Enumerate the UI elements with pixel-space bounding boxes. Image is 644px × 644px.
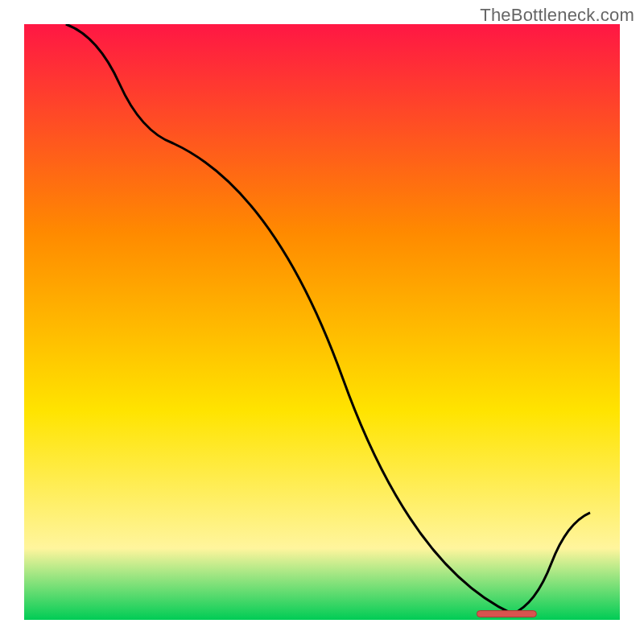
- plot-area: [24, 24, 620, 620]
- chart-canvas: TheBottleneck.com: [0, 0, 644, 644]
- bottleneck-chart-svg: [24, 24, 620, 620]
- optimal-marker: [477, 611, 536, 617]
- gradient-background: [24, 24, 620, 620]
- watermark-text: TheBottleneck.com: [480, 5, 634, 26]
